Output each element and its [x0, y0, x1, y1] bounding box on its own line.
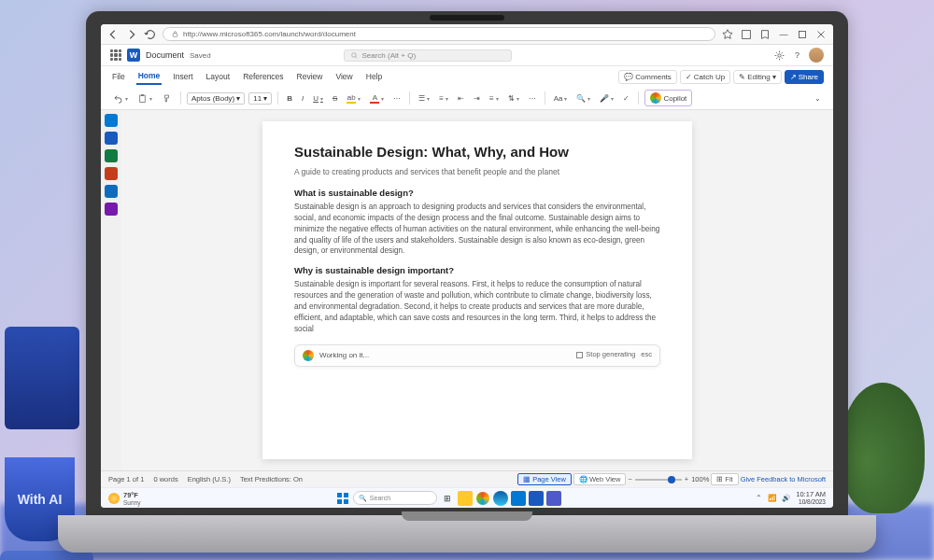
dictate-button[interactable]: 🎤 — [597, 92, 616, 105]
task-view-icon[interactable]: ⊞ — [440, 491, 455, 506]
strikethrough-button[interactable]: S — [330, 92, 340, 105]
text-predictions[interactable]: Text Predictions: On — [240, 475, 303, 483]
tab-view[interactable]: View — [333, 69, 354, 84]
numbering-button[interactable]: ≡ — [436, 92, 451, 105]
windows-taskbar: 79°FSunny 🔍 Search ⊞ ⌃ 📶 🔊 — [101, 487, 833, 508]
catchup-button[interactable]: ✓ Catch Up — [680, 70, 730, 84]
taskbar-word-icon[interactable] — [529, 491, 544, 506]
font-color-button[interactable]: A — [367, 91, 387, 105]
fit-button[interactable]: ⊞ Fit — [711, 473, 738, 485]
styles-button[interactable]: Aa — [551, 92, 571, 105]
feedback-link[interactable]: Give Feedback to Microsoft — [741, 475, 826, 483]
page-count[interactable]: Page 1 of 1 — [108, 475, 144, 483]
svg-rect-2 — [800, 31, 806, 37]
word-count[interactable]: 0 words — [153, 475, 177, 483]
weather-widget[interactable]: 79°FSunny — [108, 491, 140, 506]
copilot-button[interactable]: Copilot — [644, 90, 692, 106]
comments-button[interactable]: 💬 Comments — [618, 70, 677, 84]
tab-insert[interactable]: Insert — [171, 69, 194, 84]
more-font-button[interactable]: ⋯ — [390, 92, 403, 105]
document-canvas[interactable]: Sustainable Design: What, Why, and How A… — [121, 110, 833, 470]
align-button[interactable]: ≡ — [487, 92, 502, 105]
tab-file[interactable]: File — [110, 69, 127, 84]
find-button[interactable]: 🔍 — [573, 92, 593, 105]
favorite-icon[interactable] — [721, 28, 734, 41]
ribbon-chevron-icon[interactable]: ⌄ — [812, 92, 824, 105]
format-painter-button[interactable] — [159, 91, 175, 105]
rail-excel-icon[interactable] — [105, 149, 118, 162]
camera-notch — [430, 15, 504, 21]
laptop-base — [58, 515, 876, 553]
minimize-icon[interactable]: — — [777, 28, 790, 41]
copilot-logo-icon — [303, 350, 314, 361]
font-size-selector[interactable]: 11 ▾ — [248, 92, 272, 105]
status-bar: Page 1 of 1 0 words English (U.S.) Text … — [101, 470, 833, 487]
tray-volume-icon[interactable]: 🔊 — [782, 494, 790, 502]
indent-decrease-button[interactable]: ⇤ — [455, 92, 467, 105]
taskbar-copilot-icon[interactable] — [475, 491, 490, 506]
app-launcher-icon[interactable] — [110, 49, 121, 61]
font-selector[interactable]: Aptos (Body) ▾ — [187, 92, 245, 105]
taskbar-store-icon[interactable] — [511, 491, 526, 506]
taskbar-teams-icon[interactable] — [546, 491, 561, 506]
title-bar: W Document Saved Search (Alt + Q) ? — [101, 45, 833, 66]
extensions-icon[interactable] — [740, 28, 753, 41]
zoom-control[interactable]: −+ 100% — [628, 475, 709, 483]
rail-word-icon[interactable] — [105, 132, 118, 145]
close-icon[interactable] — [814, 28, 828, 41]
italic-button[interactable]: I — [299, 92, 306, 105]
editing-button[interactable]: ✎ Editing ▾ — [733, 70, 781, 84]
clock-date[interactable]: 10/8/2023 — [796, 498, 826, 505]
refresh-icon[interactable] — [144, 28, 157, 41]
tab-help[interactable]: Help — [364, 69, 384, 84]
line-spacing-button[interactable]: ⇅ — [505, 92, 522, 105]
document-name[interactable]: Document — [146, 50, 184, 60]
highlight-button[interactable]: ab — [344, 91, 363, 105]
rail-powerpoint-icon[interactable] — [105, 167, 118, 180]
maximize-icon[interactable] — [796, 28, 809, 41]
search-input[interactable]: Search (Alt + Q) — [344, 49, 512, 62]
tab-home[interactable]: Home — [136, 68, 163, 85]
indent-increase-button[interactable]: ⇥ — [471, 92, 483, 105]
undo-button[interactable] — [110, 91, 131, 105]
help-icon[interactable]: ? — [791, 49, 803, 62]
svg-rect-9 — [337, 499, 342, 504]
clock-time[interactable]: 10:17 AM — [796, 491, 826, 498]
start-button[interactable] — [335, 491, 350, 506]
browser-chrome: http://www.microsoft365.com/launch/word/… — [101, 24, 833, 45]
rail-home-icon[interactable] — [105, 114, 118, 127]
language[interactable]: English (U.S.) — [188, 475, 231, 483]
taskbar-edge-icon[interactable] — [493, 491, 508, 506]
more-para-button[interactable]: ⋯ — [526, 92, 539, 105]
rail-outlook-icon[interactable] — [105, 185, 118, 198]
paste-button[interactable] — [134, 91, 155, 105]
tab-layout[interactable]: Layout — [205, 69, 233, 84]
url-bar[interactable]: http://www.microsoft365.com/launch/word/… — [163, 27, 715, 41]
zoom-value: 100% — [691, 475, 709, 483]
page-view-button[interactable]: ▦ Page View — [517, 473, 572, 485]
taskbar-explorer-icon[interactable] — [458, 491, 473, 506]
underline-button[interactable]: U — [310, 92, 326, 105]
collections-icon[interactable] — [758, 28, 771, 41]
tab-review[interactable]: Review — [295, 69, 325, 84]
forward-icon[interactable] — [125, 28, 138, 41]
esc-hint: esc — [641, 350, 652, 360]
editor-button[interactable]: ✓ — [620, 92, 632, 105]
bold-button[interactable]: B — [284, 92, 295, 105]
ribbon-tabs: File Home Insert Layout References Revie… — [101, 66, 833, 87]
share-button[interactable]: ↗ Share — [785, 70, 824, 84]
tray-chevron-icon[interactable]: ⌃ — [756, 494, 762, 502]
back-icon[interactable] — [106, 28, 120, 41]
taskbar-search[interactable]: 🔍 Search — [353, 491, 437, 505]
rail-onenote-icon[interactable] — [105, 203, 118, 216]
user-avatar[interactable] — [809, 48, 824, 63]
tab-references[interactable]: References — [241, 69, 285, 84]
tray-wifi-icon[interactable]: 📶 — [768, 494, 776, 502]
weather-icon — [108, 493, 120, 504]
bullets-button[interactable]: ☰ — [416, 92, 432, 105]
settings-gear-icon[interactable] — [773, 49, 785, 62]
stop-generating-button[interactable]: Stop generating — [576, 350, 635, 360]
book-decor — [5, 327, 79, 429]
doc-subtitle: A guide to creating products and service… — [294, 166, 660, 177]
web-view-button[interactable]: 🌐 Web View — [573, 473, 627, 485]
